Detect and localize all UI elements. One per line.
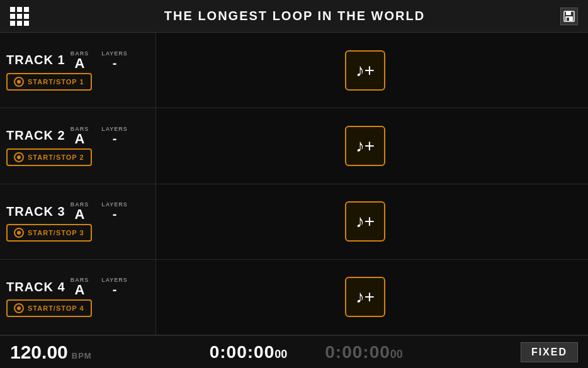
track-timeline-4: ♪+ [156,260,588,335]
start-stop-btn-4[interactable]: START/STOP 4 [6,299,92,317]
start-stop-label-4: START/STOP 4 [28,304,84,312]
add-clip-icon-4: ♪+ [356,288,375,306]
track-left-3: TRACK 3 BARS A LAYERS - START/STOP 3 [0,184,156,259]
bars-value-1: A [74,57,84,70]
time-primary-value: 0:00:00 [210,342,275,362]
bars-layers-1: BARS A LAYERS - [71,50,128,70]
add-clip-btn-4[interactable]: ♪+ [345,277,385,317]
track-left-1: TRACK 1 BARS A LAYERS - START/STOP 1 [0,33,156,108]
add-clip-icon-2: ♪+ [356,137,375,155]
start-stop-icon-4 [14,303,24,313]
add-clip-btn-2[interactable]: ♪+ [345,126,385,166]
tracks-area: TRACK 1 BARS A LAYERS - START/STOP 1 [0,33,588,335]
bars-section-4: BARS A [71,277,89,297]
track-timeline-3: ♪+ [156,184,588,259]
time-primary-small: 00 [274,348,287,361]
bars-layers-2: BARS A LAYERS - [71,126,128,146]
layers-section-1: LAYERS - [101,50,128,69]
track-row-2: TRACK 2 BARS A LAYERS - START/STOP 2 [0,108,588,184]
bars-layers-3: BARS A LAYERS - [71,201,128,221]
svg-rect-3 [567,18,569,21]
fixed-button[interactable]: FIXED [521,342,578,362]
save-button[interactable] [560,8,578,25]
track-name-1: TRACK 1 [6,53,65,67]
bpm-value: 120.00 [10,342,68,363]
track-row-3: TRACK 3 BARS A LAYERS - START/STOP 3 [0,184,588,260]
time-primary: 0:00:0000 [210,342,288,362]
time-secondary-value: 0:00:00 [325,342,390,362]
start-stop-label-1: START/STOP 1 [28,78,84,86]
bars-value-2: A [74,132,84,146]
start-stop-icon-2 [14,152,24,162]
add-clip-btn-3[interactable]: ♪+ [345,201,385,242]
bars-layers-4: BARS A LAYERS - [71,277,128,297]
track-top-row-3: TRACK 3 BARS A LAYERS - [6,201,149,221]
footer: 120.00 BPM 0:00:0000 0:00:0000 FIXED [0,335,588,368]
track-row-1: TRACK 1 BARS A LAYERS - START/STOP 1 [0,33,588,108]
track-left-4: TRACK 4 BARS A LAYERS - START/STOP 4 [0,260,156,335]
start-stop-icon-1 [14,77,24,87]
bars-section-1: BARS A [71,50,89,70]
layers-section-4: LAYERS - [101,277,128,296]
track-timeline-1: ♪+ [156,33,588,108]
add-clip-btn-1[interactable]: ♪+ [345,50,385,91]
track-name-3: TRACK 3 [6,204,65,219]
start-stop-icon-3 [14,228,24,238]
bars-section-3: BARS A [71,201,89,221]
layers-value-3: - [113,208,117,220]
track-top-row-2: TRACK 2 BARS A LAYERS - [6,126,149,146]
bpm-area: 120.00 BPM [10,342,92,363]
app-title: THE LONGEST LOOP IN THE WORLD [29,9,560,23]
add-clip-icon-3: ♪+ [356,213,375,230]
track-name-4: TRACK 4 [6,280,65,294]
time-secondary-small: 00 [390,348,403,361]
track-left-2: TRACK 2 BARS A LAYERS - START/STOP 2 [0,108,156,183]
time-displays: 0:00:0000 0:00:0000 [105,342,508,362]
bars-value-4: A [74,283,84,297]
time-secondary: 0:00:0000 [325,342,403,362]
start-stop-btn-2[interactable]: START/STOP 2 [6,148,92,166]
layers-section-3: LAYERS - [101,201,128,220]
layers-value-2: - [113,132,117,145]
track-timeline-2: ♪+ [156,108,588,183]
track-name-2: TRACK 2 [6,128,65,143]
bars-section-2: BARS A [71,126,89,146]
add-clip-icon-1: ♪+ [356,62,375,79]
start-stop-label-2: START/STOP 2 [28,153,84,161]
grid-menu-icon[interactable] [10,7,29,26]
start-stop-label-3: START/STOP 3 [28,229,84,237]
header: THE LONGEST LOOP IN THE WORLD [0,0,588,33]
layers-value-1: - [113,57,117,69]
bars-value-3: A [74,208,84,221]
track-top-row-1: TRACK 1 BARS A LAYERS - [6,50,149,70]
bpm-label: BPM [72,351,92,360]
start-stop-btn-3[interactable]: START/STOP 3 [6,224,92,242]
track-row-4: TRACK 4 BARS A LAYERS - START/STOP 4 [0,260,588,335]
main-content: TRACK 1 BARS A LAYERS - START/STOP 1 [0,33,588,335]
layers-value-4: - [113,283,117,296]
layers-section-2: LAYERS - [101,126,128,145]
svg-rect-1 [566,11,571,15]
start-stop-btn-1[interactable]: START/STOP 1 [6,73,92,91]
track-top-row-4: TRACK 4 BARS A LAYERS - [6,277,149,297]
